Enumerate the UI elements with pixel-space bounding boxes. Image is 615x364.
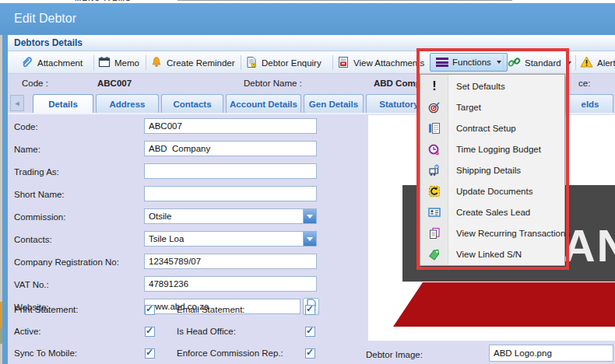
standard-label: Standard xyxy=(525,58,561,68)
contacts-select[interactable]: Tsile Loa xyxy=(144,231,317,247)
debtor-name-header-label: Debtor Name : xyxy=(244,79,302,88)
company-logo-red-shape xyxy=(368,282,615,327)
window-titlebar: Edit Debtor xyxy=(0,3,615,35)
toolbar: Attachment Memo Create Reminder Debtor E… xyxy=(8,51,615,74)
enforce-commission-rep-label: Enforce Commission Rep.: xyxy=(177,348,283,358)
short-name-field[interactable] xyxy=(144,186,317,201)
document-search-icon xyxy=(245,56,258,70)
create-reminder-label: Create Reminder xyxy=(167,58,235,68)
edit-debtor-window: MENU ITEMS Edit Debtor Debtors Details A… xyxy=(0,0,615,364)
tab-details[interactable]: Details xyxy=(33,94,93,113)
email-statement-label: Email Statement: xyxy=(177,305,245,314)
menu-item-target[interactable]: Target xyxy=(420,96,564,117)
create-reminder-button[interactable]: Create Reminder xyxy=(150,51,235,74)
paperclip-icon xyxy=(20,55,33,70)
green-tag-icon xyxy=(420,248,448,261)
chevron-down-icon[interactable] xyxy=(303,232,316,246)
company-registration-label: Company Registration No: xyxy=(14,257,119,267)
link-icon xyxy=(508,56,521,70)
tab-contacts[interactable]: Contacts xyxy=(161,94,223,113)
vat-no-label: VAT No.: xyxy=(14,280,49,289)
code-header-label: Code : xyxy=(22,79,48,88)
alerts-button[interactable]: Alerts xyxy=(580,51,615,74)
menu-item-set-defaults[interactable]: ! Set Defaults xyxy=(420,75,564,96)
functions-dropdown-button[interactable]: Functions xyxy=(430,53,508,72)
view-attachments-label: View Attachments xyxy=(353,58,424,68)
vat-no-field[interactable] xyxy=(144,276,317,292)
short-name-label: Short Name: xyxy=(14,190,65,199)
menu-item-create-sales-lead[interactable]: Create Sales Lead xyxy=(420,201,564,222)
tab-account-details[interactable]: Account Details xyxy=(226,94,301,113)
target-icon xyxy=(420,101,448,114)
toolbar-separator xyxy=(575,55,576,70)
toolbar-separator xyxy=(419,55,420,70)
chevron-down-icon[interactable] xyxy=(303,209,316,223)
attachment-label: Attachment xyxy=(37,58,83,68)
tab-address[interactable]: Address xyxy=(96,94,159,113)
toolbar-separator xyxy=(93,55,94,70)
active-label: Active: xyxy=(14,327,41,336)
print-statement-label: Print Statement: xyxy=(14,305,78,314)
attachment-document-icon xyxy=(337,56,350,70)
menu-item-update-documents[interactable]: Update Documents xyxy=(420,180,564,201)
menu-item-view-linked-sn[interactable]: View Linked S/N xyxy=(420,243,564,264)
warning-triangle-icon xyxy=(580,56,593,69)
menu-item-shipping-details[interactable]: Shipping Details xyxy=(420,159,564,180)
enforce-commission-rep-checkbox[interactable] xyxy=(305,348,315,359)
caret-down-icon xyxy=(497,61,501,64)
window-border-left xyxy=(2,35,8,364)
trading-as-field[interactable] xyxy=(144,163,317,179)
clock-dollar-icon: $ xyxy=(420,143,448,156)
menu-item-view-recurring-transactions[interactable]: View Recurring Transactions xyxy=(420,222,564,243)
exclamation-icon: ! xyxy=(420,80,448,93)
name-field[interactable] xyxy=(144,141,317,156)
contract-document-icon xyxy=(420,122,448,135)
debtor-enquiry-button[interactable]: Debtor Enquiry xyxy=(245,51,322,74)
contact-card-icon xyxy=(420,206,448,219)
memo-button[interactable]: Memo xyxy=(98,51,139,74)
toolbar-separator xyxy=(241,55,241,70)
tab-scroll-left-button[interactable]: ◄ xyxy=(10,95,24,111)
is-head-office-checkbox[interactable] xyxy=(305,327,315,337)
name-label: Name: xyxy=(14,145,40,154)
toolbar-separator xyxy=(503,55,504,70)
panel-title: Debtors Details xyxy=(14,37,83,48)
functions-label: Functions xyxy=(452,58,491,67)
active-checkbox[interactable] xyxy=(145,327,155,337)
attachment-button[interactable]: Attachment xyxy=(20,51,83,74)
commission-label: Commission: xyxy=(14,212,65,222)
debtor-enquiry-label: Debtor Enquiry xyxy=(262,58,322,68)
email-statement-checkbox[interactable] xyxy=(305,305,315,315)
bell-icon xyxy=(150,56,163,70)
menu-item-contract-setup[interactable]: Contract Setup xyxy=(420,117,564,138)
company-registration-field[interactable] xyxy=(144,254,317,269)
sync-to-mobile-checkbox[interactable] xyxy=(145,348,155,359)
alerts-label: Alerts xyxy=(597,58,615,68)
view-attachments-button[interactable]: View Attachments xyxy=(337,51,424,74)
commission-select[interactable]: Otsile xyxy=(144,208,317,224)
toolbar-separator xyxy=(146,55,146,70)
menu-item-time-logging-budget[interactable]: $ Time Logging Budget xyxy=(420,138,564,159)
code-label: Code: xyxy=(14,122,38,131)
svg-text:$: $ xyxy=(436,149,440,156)
truncated-header-label: ce: xyxy=(578,79,590,88)
tab-gen-details[interactable]: Gen Details xyxy=(304,94,364,113)
debtor-image-field[interactable] xyxy=(489,345,613,362)
menu-items-truncated-text: MENU ITEMS xyxy=(75,0,132,2)
memo-label: Memo xyxy=(114,58,139,68)
trading-as-label: Trading As: xyxy=(14,167,59,177)
sync-to-mobile-label: Sync To Mobile: xyxy=(14,348,77,358)
tab-truncated-fields[interactable]: elds xyxy=(567,94,613,113)
panel-header: Debtors Details xyxy=(8,35,615,51)
code-header-value: ABC007 xyxy=(97,79,132,88)
is-head-office-label: Is Head Office: xyxy=(177,327,236,336)
print-statement-checkbox[interactable] xyxy=(145,305,155,315)
functions-dropdown-menu: ! Set Defaults Target Contract Setup $ T… xyxy=(420,74,565,266)
refresh-documents-icon xyxy=(420,185,448,198)
toolbar-separator xyxy=(332,55,333,70)
memo-icon xyxy=(98,56,111,70)
functions-menu-icon xyxy=(436,58,448,67)
background-window-divider xyxy=(177,0,512,1)
standard-dropdown-button[interactable]: Standard xyxy=(508,51,571,74)
code-field[interactable] xyxy=(144,118,317,134)
